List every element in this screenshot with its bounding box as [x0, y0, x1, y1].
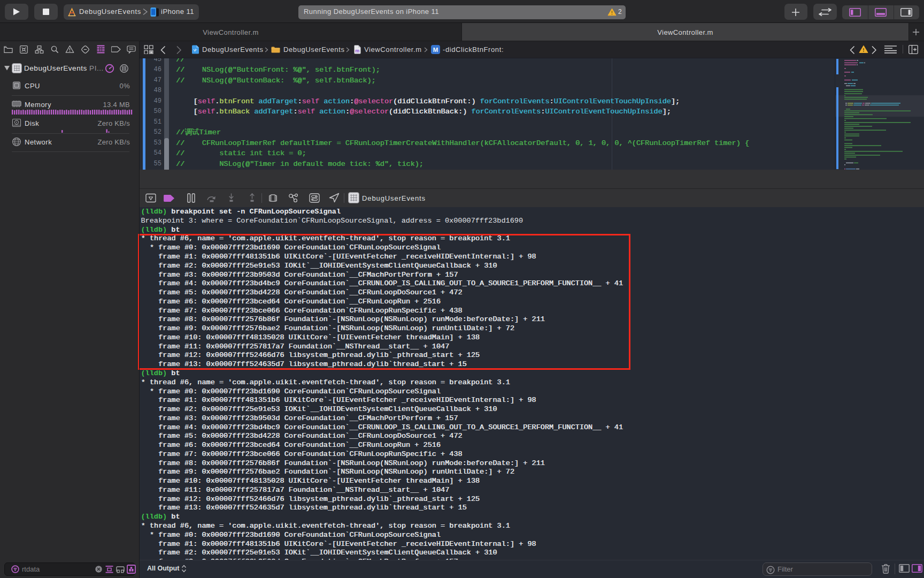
svg-text:M: M: [433, 47, 438, 53]
svg-text:m: m: [355, 48, 359, 54]
